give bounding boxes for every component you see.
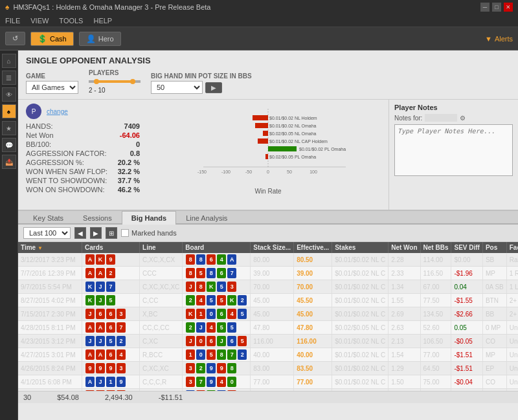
refresh-icon: ↺ bbox=[12, 34, 18, 43]
range-thumb-right[interactable] bbox=[130, 79, 135, 84]
tab-line-analysis[interactable]: Line Analysis bbox=[176, 211, 237, 225]
cell-board: 37940 bbox=[183, 375, 251, 389]
col-stakes[interactable]: Stakes bbox=[332, 242, 388, 253]
went-sd-value: 37.7 % bbox=[118, 177, 140, 184]
table-row[interactable]: 4/1/2015 6:08 PMAJ19C,C,C,R3794077.0077.… bbox=[18, 375, 518, 389]
cell-pos: SB bbox=[482, 253, 506, 267]
menu-tools[interactable]: TOOLS bbox=[59, 17, 83, 25]
sidebar-icon-eye[interactable]: 👁 bbox=[2, 87, 16, 102]
titlebar-controls[interactable]: ─ □ ✕ bbox=[480, 3, 513, 12]
cell-sev-diff: -$0.04 bbox=[451, 375, 482, 389]
notes-textarea[interactable] bbox=[394, 124, 513, 176]
bighand-apply-button[interactable]: ▶ bbox=[205, 82, 222, 93]
titlebar-title: HM3FAQs1 : Holdem & Omaha Manager 3 - Pr… bbox=[13, 3, 210, 11]
hero-button[interactable]: 👤 Hero bbox=[79, 32, 121, 46]
col-cards[interactable]: Cards bbox=[82, 242, 140, 253]
menubar: FILE VIEW TOOLS HELP bbox=[0, 14, 518, 27]
view-button[interactable]: ⊞ bbox=[106, 227, 117, 239]
tab-sessions[interactable]: Sessions bbox=[73, 211, 122, 225]
refresh-button[interactable]: ↺ bbox=[5, 32, 25, 45]
col-net-won[interactable]: Net Won bbox=[388, 242, 420, 253]
col-board[interactable]: Board bbox=[183, 242, 251, 253]
cell-net-won: 1.54 bbox=[388, 348, 420, 362]
col-net-bbs[interactable]: Net BBs bbox=[420, 242, 451, 253]
player-stats: P change HANDS: 7409 Net Won -64.06 BB/1… bbox=[18, 100, 148, 210]
cell-facing: Unopened bbox=[506, 321, 518, 335]
svg-rect-10 bbox=[268, 146, 297, 151]
game-select[interactable]: All Games bbox=[26, 81, 78, 94]
table-row[interactable]: 4/27/2015 3:01 PMAA64R,BCC10587240.0040.… bbox=[18, 348, 518, 362]
game-label: GAME bbox=[26, 72, 78, 80]
cell-stack: 116.00 bbox=[251, 335, 294, 348]
table-row[interactable]: 7/15/2017 2:30 PMJ663X,BCK1064545.0045.0… bbox=[18, 307, 518, 321]
col-time[interactable]: Time ▼ bbox=[18, 242, 82, 253]
won-flop-value: 32.2 % bbox=[118, 168, 140, 175]
col-pos[interactable]: Pos bbox=[482, 242, 506, 253]
agg-factor-value: 0.8 bbox=[130, 149, 140, 157]
play-button[interactable]: ▶ bbox=[90, 227, 102, 239]
cell-net-won: 2.13 bbox=[388, 335, 420, 348]
table-row[interactable]: 4/26/2015 8:24 PM9993C,XC,XC3299883.0083… bbox=[18, 362, 518, 375]
bighand-select[interactable]: 50 bbox=[151, 81, 203, 94]
change-link[interactable]: change bbox=[47, 108, 68, 115]
cell-facing: 2+ Limper bbox=[506, 307, 518, 321]
players-filter-group: PLAYERS 2 - 10 bbox=[89, 69, 141, 94]
svg-text:$0.01/$0.02 PL Omaha: $0.01/$0.02 PL Omaha bbox=[299, 147, 346, 151]
cash-button[interactable]: 💲 Cash bbox=[30, 32, 74, 46]
cell-pos: MP bbox=[482, 267, 506, 280]
marked-hands-checkbox[interactable] bbox=[121, 229, 129, 237]
cell-stack: 45.00 bbox=[251, 307, 294, 321]
sidebar-icon-cards[interactable]: ♠ bbox=[2, 104, 16, 118]
cell-time: 4/23/2015 3:12 PM bbox=[18, 335, 82, 348]
svg-text:0: 0 bbox=[267, 170, 269, 174]
cell-net-bbs: 114.00 bbox=[420, 253, 451, 267]
cell-board: 105872 bbox=[183, 348, 251, 362]
maximize-button[interactable]: □ bbox=[492, 3, 501, 12]
sidebar-icon-list[interactable]: ☰ bbox=[2, 71, 16, 85]
sidebar-icon-chat[interactable]: 💬 bbox=[2, 138, 16, 152]
sidebar-icon-home[interactable]: ⌂ bbox=[2, 54, 16, 68]
stat-net-won: Net Won -64.06 bbox=[26, 131, 140, 140]
sidebar-icon-export[interactable]: 📤 bbox=[2, 155, 16, 169]
table-row[interactable]: 4/23/2015 3:12 PMJJ52C,XCJ06J65116.00116… bbox=[18, 335, 518, 348]
cell-stakes: $0.01/$0.02 NL C bbox=[332, 267, 388, 280]
table-row[interactable]: 3/12/2017 3:23 PMAK9C,XC,X,CX8864A80.008… bbox=[18, 253, 518, 267]
cell-net-bbs: 77.00 bbox=[420, 348, 451, 362]
cell-stakes: $0.02/$0.05 NL C bbox=[332, 321, 388, 335]
notes-for-label: Notes for: bbox=[394, 115, 422, 122]
col-stack[interactable]: Stack Size... bbox=[251, 242, 294, 253]
col-line[interactable]: Line bbox=[140, 242, 183, 253]
stat-agg-factor: AGGRESSION FACTOR: 0.8 bbox=[26, 149, 140, 158]
cell-board: 2J455 bbox=[183, 321, 251, 335]
tab-big-hands[interactable]: Big Hands bbox=[122, 211, 176, 225]
menu-file[interactable]: FILE bbox=[5, 17, 20, 25]
range-thumb-left[interactable] bbox=[94, 79, 99, 84]
table-scroll[interactable]: Time ▼ Cards Line Board Stack Size... Ef… bbox=[18, 242, 518, 391]
menu-help[interactable]: HELP bbox=[93, 17, 112, 25]
minimize-button[interactable]: ─ bbox=[480, 3, 490, 12]
cell-facing: 1 Raiser bbox=[506, 267, 518, 280]
agg-factor-label: AGGRESSION FACTOR: bbox=[26, 149, 107, 157]
table-row[interactable]: 8/27/2015 4:02 PMKJ5C,CC2455K245.0045.50… bbox=[18, 294, 518, 307]
sidebar-icon-star[interactable]: ★ bbox=[2, 121, 16, 135]
tab-key-stats[interactable]: Key Stats bbox=[23, 211, 73, 225]
close-button[interactable]: ✕ bbox=[504, 3, 513, 12]
alerts-button[interactable]: ▼ Alerts bbox=[485, 35, 513, 43]
menu-view[interactable]: VIEW bbox=[30, 17, 49, 25]
tab-bar: Key Stats Sessions Big Hands Line Analys… bbox=[18, 211, 518, 225]
table-row[interactable]: 4/28/2015 8:11 PMAA67CC,C,CC2J45547.8047… bbox=[18, 321, 518, 335]
last-hands-select[interactable]: Last 100 bbox=[23, 227, 71, 239]
table-row[interactable]: 7/7/2016 12:39 PMAA2CCC8586739.0039.00$0… bbox=[18, 267, 518, 280]
alerts-label: Alerts bbox=[495, 35, 513, 43]
footer-count: 30 bbox=[23, 393, 31, 401]
notes-settings-icon[interactable]: ⚙ bbox=[460, 115, 466, 122]
cell-line: C,CC bbox=[140, 294, 183, 307]
col-sev-diff[interactable]: SEV Diff bbox=[451, 242, 482, 253]
col-effective[interactable]: Effective... bbox=[294, 242, 332, 253]
cell-net-won: 1.34 bbox=[388, 280, 420, 294]
bighand-label: BIG HAND MIN POT SIZE IN BBs bbox=[151, 72, 252, 80]
players-range-track[interactable] bbox=[89, 80, 141, 83]
prev-button[interactable]: ◀ bbox=[74, 227, 86, 239]
col-facing[interactable]: Facing bbox=[506, 242, 518, 253]
table-row[interactable]: 9/7/2015 5:54 PMKJ7C,XC,XC,XCJ8K5370.007… bbox=[18, 280, 518, 294]
